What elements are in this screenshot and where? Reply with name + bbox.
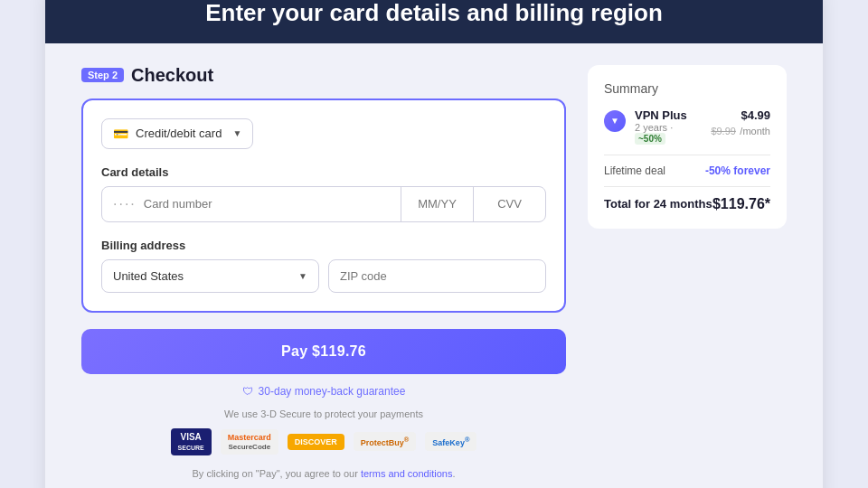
step-title: Checkout: [131, 65, 213, 86]
step-label: Step 2 Checkout: [81, 65, 566, 86]
payment-logos: VISASECURE MastercardSecureCode DISCOVER…: [81, 428, 566, 455]
content-area: Step 2 Checkout 💳 Credit/debit card ▼ Ca…: [45, 65, 823, 479]
summary-title: Summary: [604, 81, 770, 96]
cvv-input[interactable]: [485, 197, 534, 211]
lifetime-deal-label: Lifetime deal: [604, 164, 665, 177]
card-icon: 💳: [113, 127, 128, 141]
terms-suffix: .: [452, 468, 455, 479]
cvv-field: [474, 187, 545, 221]
discover-logo: DISCOVER: [288, 434, 344, 450]
product-duration: 2 years: [635, 122, 667, 133]
product-name: VPN Plus: [635, 108, 702, 122]
card-details-label: Card details: [101, 165, 546, 179]
vpn-icon: ▼: [604, 110, 626, 132]
visa-logo: VISASECURE: [171, 428, 212, 455]
secure-message: We use 3-D Secure to protect your paymen…: [81, 408, 566, 419]
product-sub: 2 years · ~50%: [635, 122, 702, 144]
card-number-input[interactable]: [144, 197, 390, 211]
zip-code-input[interactable]: [328, 259, 546, 293]
terms-prefix: By clicking on "Pay", you agree to our: [193, 468, 361, 479]
card-dots-icon: ····: [113, 196, 137, 212]
billing-address-label: Billing address: [101, 239, 546, 252]
shield-check-icon: 🛡: [242, 385, 253, 398]
form-card: 💳 Credit/debit card ▼ Card details ····: [81, 99, 566, 313]
guarantee: 🛡 30-day money-back guarantee: [81, 385, 566, 398]
mastercard-logo: MastercardSecureCode: [221, 429, 278, 455]
total-row: Total for 24 months $119.76*: [604, 196, 770, 212]
country-select-wrapper: United States Canada United Kingdom Aust…: [101, 259, 319, 293]
safekey-logo: SafeKey®: [425, 432, 476, 451]
product-info: VPN Plus 2 years · ~50%: [635, 108, 702, 144]
pay-button[interactable]: Pay $119.76: [81, 329, 566, 374]
checkout-form: Step 2 Checkout 💳 Credit/debit card ▼ Ca…: [81, 65, 566, 479]
total-value: $119.76*: [712, 196, 770, 212]
country-select[interactable]: United States Canada United Kingdom Aust…: [113, 269, 295, 283]
lifetime-deal-value: -50% forever: [705, 164, 770, 177]
total-label: Total for 24 months: [604, 197, 712, 211]
step-badge: Step 2: [81, 68, 124, 82]
banner: Enter your card details and billing regi…: [45, 0, 823, 43]
billing-fields: United States Canada United Kingdom Aust…: [101, 259, 546, 293]
product-discount: ·: [670, 122, 673, 133]
summary-divider: [604, 155, 770, 155]
payment-method-label: Credit/debit card: [136, 127, 222, 140]
banner-title: Enter your card details and billing regi…: [72, 0, 796, 27]
terms-text: By clicking on "Pay", you agree to our t…: [81, 468, 566, 479]
price-main: $4.99: [711, 108, 770, 122]
protectbuy-logo: ProtectBuy®: [354, 432, 417, 451]
summary-divider-2: [604, 186, 770, 187]
checkout-container: Enter your card details and billing regi…: [45, 0, 823, 488]
price-original: $9.99 /month: [711, 122, 770, 138]
price-original-value: $9.99: [711, 126, 736, 136]
summary-panel: Summary ▼ VPN Plus 2 years · ~50% $4.99 …: [588, 65, 787, 229]
lifetime-deal-row: Lifetime deal -50% forever: [604, 164, 770, 177]
product-discount-badge: ~50%: [635, 133, 665, 145]
chevron-down-icon: ▼: [298, 271, 307, 281]
expiry-field: [401, 187, 474, 221]
card-number-field: ····: [102, 187, 401, 221]
terms-link[interactable]: terms and conditions: [361, 468, 453, 479]
summary-product: ▼ VPN Plus 2 years · ~50% $4.99 $9.99 /m…: [604, 108, 770, 144]
payment-method-selector[interactable]: 💳 Credit/debit card ▼: [101, 118, 253, 149]
expiry-input[interactable]: [412, 197, 462, 211]
price-period: /month: [740, 126, 770, 136]
card-fields: ····: [101, 186, 546, 222]
guarantee-text: 30-day money-back guarantee: [259, 385, 406, 398]
product-price: $4.99 $9.99 /month: [711, 108, 770, 138]
chevron-down-icon: ▼: [232, 128, 241, 138]
